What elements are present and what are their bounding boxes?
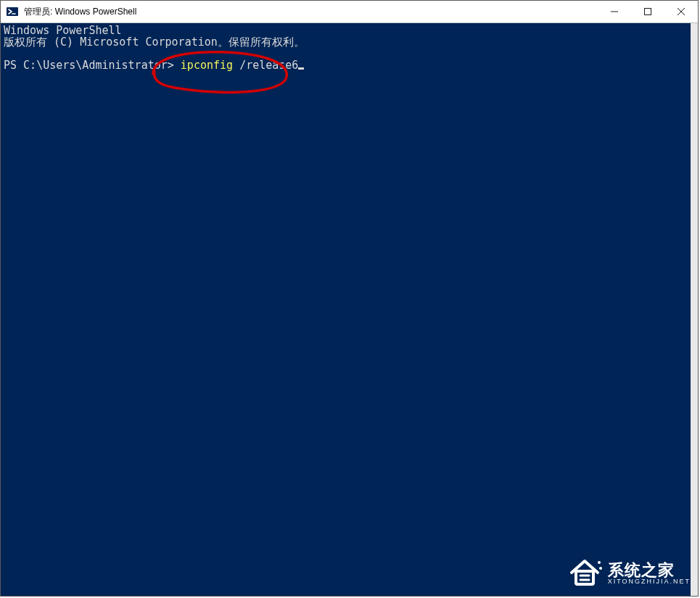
- terminal[interactable]: Windows PowerShell 版权所有 (C) Microsoft Co…: [1, 23, 691, 596]
- prompt-line[interactable]: PS C:\Users\Administrator> ipconfig /rel…: [4, 59, 304, 71]
- terminal-output: Windows PowerShell 版权所有 (C) Microsoft Co…: [4, 25, 688, 48]
- command-text: ipconfig: [181, 59, 239, 72]
- client-area: Windows PowerShell 版权所有 (C) Microsoft Co…: [1, 23, 698, 596]
- svg-rect-0: [7, 7, 18, 16]
- prompt-text: PS C:\Users\Administrator>: [4, 59, 181, 72]
- close-button[interactable]: [664, 1, 698, 22]
- text-cursor: [298, 67, 304, 70]
- powershell-icon: [7, 6, 18, 17]
- window-controls: [598, 1, 698, 22]
- maximize-button[interactable]: [631, 1, 664, 22]
- highlight-annotation: [139, 46, 298, 99]
- window-title: 管理员: Windows PowerShell: [24, 6, 598, 18]
- vertical-scrollbar[interactable]: [691, 23, 698, 596]
- titlebar[interactable]: 管理员: Windows PowerShell: [1, 1, 698, 23]
- minimize-button[interactable]: [598, 1, 631, 22]
- powershell-window: 管理员: Windows PowerShell Windows PowerShe…: [0, 0, 699, 597]
- svg-rect-3: [645, 9, 651, 15]
- argument-text: /release6: [239, 59, 298, 72]
- header-line-2: 版权所有 (C) Microsoft Corporation。保留所有权利。: [4, 36, 305, 49]
